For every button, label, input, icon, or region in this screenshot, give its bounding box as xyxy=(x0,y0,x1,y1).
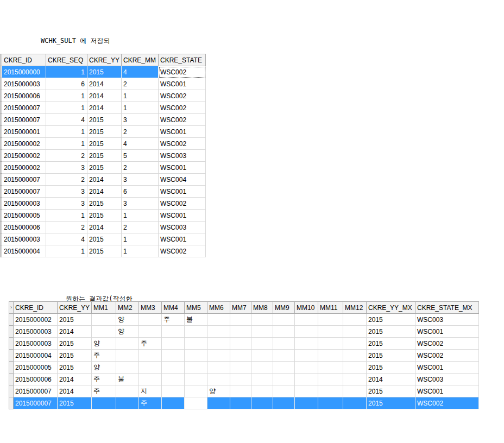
cell[interactable] xyxy=(318,314,343,326)
cell[interactable] xyxy=(251,385,273,397)
cell[interactable]: 2015000004 xyxy=(2,245,46,257)
cell[interactable]: 2015 xyxy=(58,350,92,362)
cell[interactable]: WSC002 xyxy=(415,350,479,362)
cell[interactable]: 2015000002 xyxy=(2,150,46,162)
cell[interactable]: WSC001 xyxy=(159,78,206,90)
cell[interactable]: 2015000002 xyxy=(2,162,46,174)
cell[interactable]: 2015000003 xyxy=(2,233,46,245)
cell[interactable] xyxy=(185,374,207,385)
cell[interactable]: 2015000007 xyxy=(2,102,46,114)
cell[interactable] xyxy=(273,314,295,326)
cell[interactable] xyxy=(162,326,185,338)
cell[interactable]: 2014 xyxy=(87,186,122,198)
cell[interactable]: 2015000007 xyxy=(14,397,58,409)
column-header-MM3[interactable]: MM3 xyxy=(139,302,162,314)
cell[interactable] xyxy=(318,338,343,350)
cell[interactable]: 2 xyxy=(122,221,159,233)
cell[interactable]: 1 xyxy=(46,138,87,150)
cell[interactable]: 5 xyxy=(122,150,159,162)
cell[interactable]: 2015000003 xyxy=(2,198,46,210)
cell[interactable] xyxy=(185,350,207,362)
cell[interactable]: 2015 xyxy=(367,385,415,397)
cell[interactable]: 2015000003 xyxy=(2,78,46,90)
cell[interactable]: 2015 xyxy=(367,362,415,374)
cell[interactable]: 2015 xyxy=(87,138,122,150)
cell[interactable]: 2015 xyxy=(87,233,122,245)
row-selector[interactable] xyxy=(9,385,14,397)
cell[interactable]: WSC003 xyxy=(415,314,479,326)
cell[interactable]: WSC001 xyxy=(415,326,479,338)
cell[interactable]: 1 xyxy=(46,90,87,102)
cell[interactable]: WSC002 xyxy=(159,198,206,210)
cell[interactable]: 3 xyxy=(46,186,87,198)
column-header-MM6[interactable]: MM6 xyxy=(207,302,230,314)
column-header-MM10[interactable]: MM10 xyxy=(295,302,318,314)
cell[interactable]: 2015 xyxy=(87,66,122,78)
cell[interactable]: 1 xyxy=(122,102,159,114)
cell[interactable]: 3 xyxy=(122,114,159,126)
cell[interactable]: 2015000002 xyxy=(14,314,58,326)
cell[interactable]: 2 xyxy=(122,78,159,90)
cell[interactable] xyxy=(318,350,343,362)
cell[interactable] xyxy=(139,350,162,362)
cell[interactable] xyxy=(92,314,116,326)
cell[interactable]: 2015000007 xyxy=(2,114,46,126)
cell[interactable] xyxy=(162,374,185,385)
cell[interactable]: 1 xyxy=(46,210,87,221)
cell[interactable]: 2015000007 xyxy=(14,385,58,397)
cell[interactable]: 3 xyxy=(46,198,87,210)
cell[interactable] xyxy=(295,385,318,397)
cell[interactable] xyxy=(230,374,251,385)
cell[interactable]: 2014 xyxy=(58,385,92,397)
column-header-CKRE_ID[interactable]: CKRE_ID xyxy=(2,54,46,66)
cell[interactable]: WSC002 xyxy=(159,138,206,150)
cell[interactable] xyxy=(207,326,230,338)
cell[interactable]: 주 xyxy=(92,385,116,397)
cell[interactable] xyxy=(343,314,367,326)
cell[interactable]: 2015 xyxy=(87,150,122,162)
cell[interactable]: 1 xyxy=(122,90,159,102)
cell[interactable]: 2014 xyxy=(87,174,122,186)
row-selector[interactable] xyxy=(9,338,14,350)
cell[interactable]: WSC002 xyxy=(159,90,206,102)
cell[interactable]: 2015 xyxy=(367,397,415,409)
column-header-CKRE_YY[interactable]: CKRE_YY xyxy=(87,54,122,66)
cell[interactable]: 2015 xyxy=(367,314,415,326)
column-header-CKRE_STATE_MX[interactable]: CKRE_STATE_MX xyxy=(415,302,479,314)
row-selector-header[interactable]: › xyxy=(9,302,14,314)
cell[interactable] xyxy=(139,314,162,326)
cell[interactable]: 2015 xyxy=(87,198,122,210)
cell[interactable] xyxy=(251,374,273,385)
cell[interactable]: 2 xyxy=(122,162,159,174)
cell[interactable]: 2015000005 xyxy=(2,210,46,221)
column-header-MM2[interactable]: MM2 xyxy=(116,302,139,314)
cell[interactable] xyxy=(343,350,367,362)
cell[interactable]: 4 xyxy=(122,66,159,78)
cell[interactable]: 2015 xyxy=(367,326,415,338)
column-header-MM7[interactable]: MM7 xyxy=(230,302,251,314)
cell[interactable] xyxy=(251,397,273,409)
cell[interactable] xyxy=(185,385,207,397)
cell[interactable] xyxy=(92,397,116,409)
cell[interactable] xyxy=(318,385,343,397)
cell[interactable]: 2 xyxy=(46,150,87,162)
cell[interactable] xyxy=(318,397,343,409)
cell[interactable]: 양 xyxy=(116,314,139,326)
cell[interactable] xyxy=(139,362,162,374)
cell[interactable]: WSC003 xyxy=(159,221,206,233)
cell[interactable]: 1 xyxy=(122,233,159,245)
cell[interactable] xyxy=(295,362,318,374)
cell[interactable] xyxy=(185,326,207,338)
row-selector[interactable] xyxy=(9,362,14,374)
cell[interactable] xyxy=(207,314,230,326)
cell[interactable] xyxy=(162,385,185,397)
cell[interactable]: WSC001 xyxy=(415,385,479,397)
cell[interactable]: 2015000001 xyxy=(2,126,46,138)
cell[interactable] xyxy=(251,338,273,350)
cell[interactable]: 2015 xyxy=(58,397,92,409)
cell[interactable] xyxy=(273,338,295,350)
column-header-MM11[interactable]: MM11 xyxy=(318,302,343,314)
cell[interactable] xyxy=(230,385,251,397)
cell[interactable]: 1 xyxy=(122,210,159,221)
cell[interactable]: 주 xyxy=(92,374,116,385)
